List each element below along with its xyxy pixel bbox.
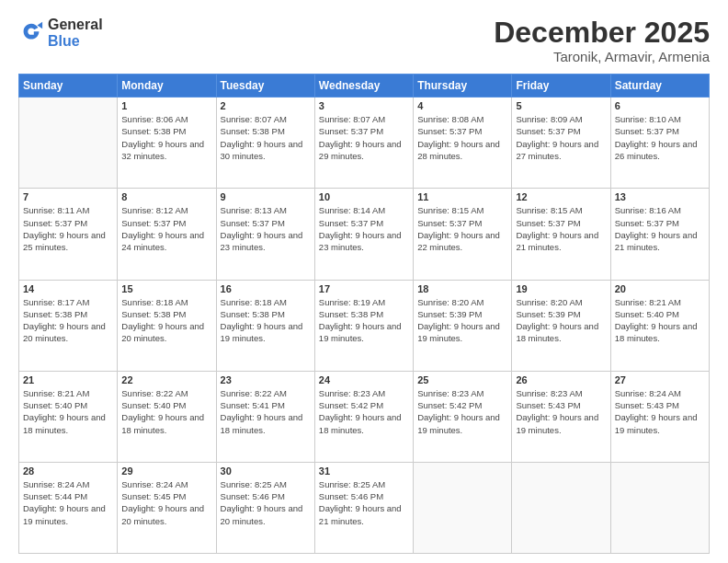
calendar-week-1: 1Sunrise: 8:06 AMSunset: 5:38 PMDaylight…	[19, 98, 710, 189]
day-info: Sunrise: 8:10 AMSunset: 5:37 PMDaylight:…	[615, 113, 705, 162]
day-info: Sunrise: 8:23 AMSunset: 5:42 PMDaylight:…	[417, 387, 507, 436]
day-info: Sunrise: 8:14 AMSunset: 5:37 PMDaylight:…	[319, 204, 409, 253]
day-number: 3	[319, 100, 409, 111]
header: General Blue December 2025 Taronik, Arma…	[18, 17, 710, 64]
day-number: 13	[615, 191, 705, 202]
day-info: Sunrise: 8:18 AMSunset: 5:38 PMDaylight:…	[221, 296, 311, 345]
day-info: Sunrise: 8:25 AMSunset: 5:46 PMDaylight:…	[319, 478, 409, 527]
day-info: Sunrise: 8:13 AMSunset: 5:37 PMDaylight:…	[221, 204, 311, 253]
day-number: 11	[417, 191, 507, 202]
day-info: Sunrise: 8:22 AMSunset: 5:40 PMDaylight:…	[121, 387, 211, 436]
calendar-cell: 16Sunrise: 8:18 AMSunset: 5:38 PMDayligh…	[216, 280, 314, 371]
calendar-header-row: SundayMondayTuesdayWednesdayThursdayFrid…	[19, 75, 710, 98]
calendar-cell: 7Sunrise: 8:11 AMSunset: 5:37 PMDaylight…	[19, 189, 118, 280]
calendar-cell: 8Sunrise: 8:12 AMSunset: 5:37 PMDaylight…	[118, 189, 216, 280]
calendar-cell: 19Sunrise: 8:20 AMSunset: 5:39 PMDayligh…	[512, 280, 610, 371]
calendar-cell: 15Sunrise: 8:18 AMSunset: 5:38 PMDayligh…	[118, 280, 216, 371]
svg-marker-0	[38, 21, 43, 28]
day-info: Sunrise: 8:08 AMSunset: 5:37 PMDaylight:…	[417, 113, 507, 162]
calendar-cell: 14Sunrise: 8:17 AMSunset: 5:38 PMDayligh…	[19, 280, 118, 371]
calendar-cell: 30Sunrise: 8:25 AMSunset: 5:46 PMDayligh…	[216, 462, 314, 553]
calendar-header-wednesday: Wednesday	[314, 75, 413, 98]
calendar-header-friday: Friday	[512, 75, 610, 98]
main-title: December 2025	[494, 17, 710, 49]
calendar-cell: 21Sunrise: 8:21 AMSunset: 5:40 PMDayligh…	[19, 371, 118, 462]
calendar-cell: 6Sunrise: 8:10 AMSunset: 5:37 PMDaylight…	[610, 98, 709, 189]
calendar-cell	[19, 98, 118, 189]
day-info: Sunrise: 8:18 AMSunset: 5:38 PMDaylight:…	[121, 296, 211, 345]
day-info: Sunrise: 8:23 AMSunset: 5:42 PMDaylight:…	[319, 387, 409, 436]
day-info: Sunrise: 8:20 AMSunset: 5:39 PMDaylight:…	[516, 296, 606, 345]
logo: General Blue	[18, 17, 103, 49]
day-number: 21	[23, 374, 113, 385]
logo-general-label: General	[48, 17, 103, 33]
day-info: Sunrise: 8:15 AMSunset: 5:37 PMDaylight:…	[417, 204, 507, 253]
day-number: 2	[221, 100, 311, 111]
day-number: 20	[615, 283, 705, 294]
day-number: 19	[516, 283, 606, 294]
day-info: Sunrise: 8:11 AMSunset: 5:37 PMDaylight:…	[23, 204, 113, 253]
page: General Blue December 2025 Taronik, Arma…	[0, 0, 728, 563]
day-number: 23	[221, 374, 311, 385]
day-number: 17	[319, 283, 409, 294]
calendar-cell: 9Sunrise: 8:13 AMSunset: 5:37 PMDaylight…	[216, 189, 314, 280]
day-number: 7	[23, 191, 113, 202]
day-info: Sunrise: 8:07 AMSunset: 5:38 PMDaylight:…	[221, 113, 311, 162]
day-number: 6	[615, 100, 705, 111]
day-number: 26	[516, 374, 606, 385]
day-number: 25	[417, 374, 507, 385]
calendar-header-sunday: Sunday	[19, 75, 118, 98]
calendar-week-3: 14Sunrise: 8:17 AMSunset: 5:38 PMDayligh…	[19, 280, 710, 371]
day-number: 31	[319, 465, 409, 477]
calendar-header-thursday: Thursday	[414, 75, 512, 98]
day-number: 5	[516, 100, 606, 111]
day-info: Sunrise: 8:16 AMSunset: 5:37 PMDaylight:…	[615, 204, 705, 253]
day-number: 10	[319, 191, 409, 202]
day-number: 15	[121, 283, 211, 294]
calendar-cell: 12Sunrise: 8:15 AMSunset: 5:37 PMDayligh…	[512, 189, 610, 280]
logo-icon	[18, 20, 44, 46]
day-number: 14	[23, 283, 113, 294]
calendar-cell: 20Sunrise: 8:21 AMSunset: 5:40 PMDayligh…	[610, 280, 709, 371]
day-number: 4	[417, 100, 507, 111]
calendar-cell: 22Sunrise: 8:22 AMSunset: 5:40 PMDayligh…	[118, 371, 216, 462]
day-number: 8	[121, 191, 211, 202]
day-number: 22	[121, 374, 211, 385]
day-number: 16	[221, 283, 311, 294]
day-number: 29	[121, 465, 211, 477]
day-number: 12	[516, 191, 606, 202]
day-info: Sunrise: 8:07 AMSunset: 5:37 PMDaylight:…	[319, 113, 409, 162]
calendar-cell	[512, 462, 610, 553]
calendar-week-4: 21Sunrise: 8:21 AMSunset: 5:40 PMDayligh…	[19, 371, 710, 462]
subtitle: Taronik, Armavir, Armenia	[494, 49, 710, 64]
title-block: December 2025 Taronik, Armavir, Armenia	[494, 17, 710, 64]
calendar-cell: 1Sunrise: 8:06 AMSunset: 5:38 PMDaylight…	[118, 98, 216, 189]
calendar-header-tuesday: Tuesday	[216, 75, 314, 98]
calendar-week-5: 28Sunrise: 8:24 AMSunset: 5:44 PMDayligh…	[19, 462, 710, 553]
calendar-cell: 31Sunrise: 8:25 AMSunset: 5:46 PMDayligh…	[314, 462, 413, 553]
calendar-cell: 26Sunrise: 8:23 AMSunset: 5:43 PMDayligh…	[512, 371, 610, 462]
calendar-cell: 17Sunrise: 8:19 AMSunset: 5:38 PMDayligh…	[314, 280, 413, 371]
day-info: Sunrise: 8:24 AMSunset: 5:45 PMDaylight:…	[121, 478, 211, 527]
calendar-cell: 28Sunrise: 8:24 AMSunset: 5:44 PMDayligh…	[19, 462, 118, 553]
logo-text: General Blue	[48, 17, 103, 49]
calendar-header-saturday: Saturday	[610, 75, 709, 98]
day-info: Sunrise: 8:17 AMSunset: 5:38 PMDaylight:…	[23, 296, 113, 345]
day-number: 18	[417, 283, 507, 294]
day-number: 24	[319, 374, 409, 385]
day-info: Sunrise: 8:06 AMSunset: 5:38 PMDaylight:…	[121, 113, 211, 162]
calendar-cell: 25Sunrise: 8:23 AMSunset: 5:42 PMDayligh…	[414, 371, 512, 462]
logo-blue-label: Blue	[48, 33, 103, 50]
day-info: Sunrise: 8:20 AMSunset: 5:39 PMDaylight:…	[417, 296, 507, 345]
calendar-cell: 18Sunrise: 8:20 AMSunset: 5:39 PMDayligh…	[414, 280, 512, 371]
calendar-cell: 29Sunrise: 8:24 AMSunset: 5:45 PMDayligh…	[118, 462, 216, 553]
calendar-cell: 3Sunrise: 8:07 AMSunset: 5:37 PMDaylight…	[314, 98, 413, 189]
day-info: Sunrise: 8:15 AMSunset: 5:37 PMDaylight:…	[516, 204, 606, 253]
calendar-cell: 10Sunrise: 8:14 AMSunset: 5:37 PMDayligh…	[314, 189, 413, 280]
day-info: Sunrise: 8:21 AMSunset: 5:40 PMDaylight:…	[23, 387, 113, 436]
calendar-cell	[414, 462, 512, 553]
day-info: Sunrise: 8:22 AMSunset: 5:41 PMDaylight:…	[221, 387, 311, 436]
calendar-cell: 24Sunrise: 8:23 AMSunset: 5:42 PMDayligh…	[314, 371, 413, 462]
day-info: Sunrise: 8:09 AMSunset: 5:37 PMDaylight:…	[516, 113, 606, 162]
calendar-cell: 23Sunrise: 8:22 AMSunset: 5:41 PMDayligh…	[216, 371, 314, 462]
